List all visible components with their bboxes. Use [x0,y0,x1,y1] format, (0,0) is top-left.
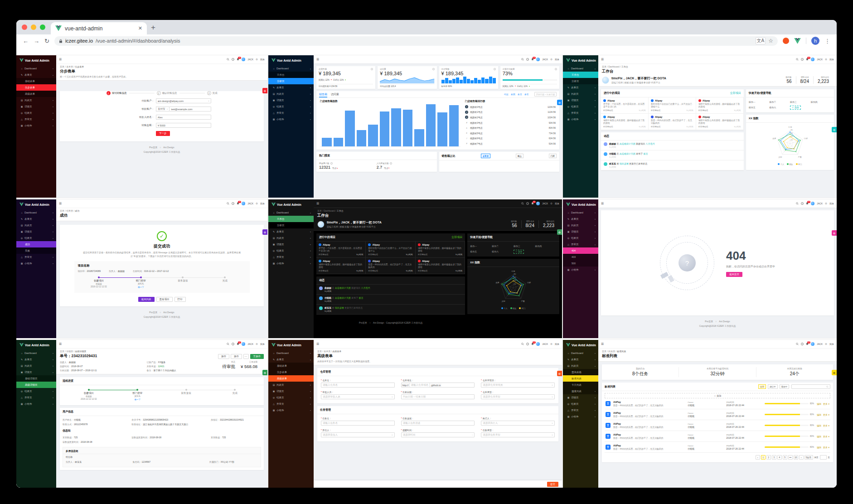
form-input[interactable]: 请选择责任人∨ [321,432,395,437]
traffic-lights[interactable] [22,24,45,30]
breadcrumb[interactable]: 首页 / Dashboard / 工作台 [317,209,558,212]
notification-bell-icon[interactable]: 12 [806,58,809,61]
user-avatar[interactable] [536,202,540,205]
notification-bell-icon[interactable]: 12 [531,58,534,61]
more-link[interactable]: 更多 ▾ [823,446,829,449]
sidebar-item[interactable]: 基础详情页 [16,375,56,382]
breadcrumb[interactable]: 首页 / 表单页 / 分步表单 [60,65,264,68]
view-project-button[interactable]: 查看项目 [156,297,173,302]
sidebar-item[interactable]: ◎结果页▾ [563,103,598,110]
sidebar-item[interactable]: ✎表单页▴ [16,72,56,78]
sidebar-item[interactable]: ⌂Dashboard▾ [563,350,598,356]
sidebar-item[interactable]: ◎结果页▴ [16,235,56,241]
form-input[interactable]: 请选择审批人员∨ [321,394,395,399]
sidebar-item[interactable]: ◎结果页▾ [268,394,314,401]
tab-sales[interactable]: 销售额 [319,91,327,97]
list-row[interactable]: 支 AliPay那是一种内在的东西，他们到达不了，也无法触及的 Owner付晓晓… [605,431,830,442]
theme-settings-button[interactable]: ⚙ [557,100,562,105]
back-button[interactable]: ← [23,38,29,44]
tab-close-icon[interactable]: ✕ [138,25,142,31]
sidebar-item[interactable]: △异常页▾ [268,401,314,407]
help-icon[interactable]: ? [232,202,234,205]
settings-gear-icon[interactable]: ⚙ [550,343,553,345]
sidebar-item[interactable]: ✎表单页▾ [16,216,56,222]
help-icon[interactable]: ? [801,202,804,205]
sidebar-item[interactable]: ◎结果页▾ [563,235,598,241]
search-icon[interactable] [796,343,799,345]
app-logo[interactable]: Vue Antd Admin [268,340,314,350]
sidebar-item[interactable]: ◎结果页▾ [268,103,314,110]
sidebar-item[interactable]: △异常页▾ [16,116,56,122]
more-link[interactable]: 更多 ▾ [823,402,829,405]
sidebar-item[interactable]: ◎结果页▾ [563,401,598,407]
minimize-window-button[interactable] [31,24,36,30]
sidebar-item[interactable]: ⌂Dashboard▴ [268,209,314,216]
menu-fold-icon[interactable]: ☰ [59,202,62,205]
sidebar-item[interactable]: 标准列表 [563,375,598,382]
sidebar-item[interactable]: 403 [563,254,598,260]
quick-op-link[interactable]: 操作四 [535,243,557,249]
amount-input[interactable]: ¥ 5000 [156,123,211,128]
list-row[interactable]: 支 AliPay那是一种内在的东西，他们到达不了，也无法触及的 Owner付晓晓… [605,442,830,453]
sidebar-item[interactable]: ▣详情页▾ [268,388,314,394]
payee-account-input[interactable]: test@example.com [169,107,211,111]
settings-gear-icon[interactable]: ⚙ [550,202,553,205]
menu-fold-icon[interactable]: ☰ [59,58,62,61]
language-label[interactable]: 简体 [829,58,834,61]
settings-gear-icon[interactable]: ⚙ [825,58,827,61]
form-input[interactable]: 请选择时间○ [401,432,475,437]
list-row[interactable]: 支 AliPay那是一种内在的东西，他们到达不了，也无法触及的 Owner付晓晓… [605,409,830,420]
settings-gear-icon[interactable]: ⚙ [825,202,827,205]
project-card[interactable]: Alipay 那时候我只会想自己想要什么，从不想自己拥有什么 科学搬砖组9小时前 [649,97,696,114]
notification-bell-icon[interactable]: 12 [806,343,809,345]
user-avatar[interactable] [536,58,540,61]
close-window-button[interactable] [22,24,27,30]
form-input[interactable]: 请选择任务类型∨ [481,432,555,437]
page-jump-input[interactable] [820,455,827,460]
edit-link[interactable]: 编辑 [817,402,821,405]
tab-visits[interactable]: 访问量 [331,91,339,97]
help-icon[interactable]: ? [232,58,234,61]
settings-gear-icon[interactable]: ⚙ [550,58,553,61]
help-icon[interactable]: ? [526,58,529,61]
quick-op-link[interactable]: 操作一 [749,99,770,105]
submit-button[interactable]: 提交 [547,482,558,487]
sidebar-item[interactable]: 高级表单 [268,375,314,382]
language-label[interactable]: 简体 [829,202,834,205]
sidebar-item[interactable]: ◎结果页▾ [16,388,56,394]
vue-devtools-icon[interactable] [794,38,801,44]
sidebar-item[interactable]: ✎表单页▾ [563,356,598,363]
sidebar-item[interactable]: ▣详情页▴ [16,369,56,375]
sidebar-item[interactable]: ▣详情页▾ [268,97,314,103]
sidebar-item[interactable]: 高级详情页 [16,382,56,388]
theme-settings-button[interactable]: ⚙ [832,127,837,132]
maximize-window-button[interactable] [40,24,45,30]
sidebar-item[interactable]: 工作台 [563,72,598,78]
range-link[interactable]: 本周 [511,93,515,96]
page-button[interactable]: › [799,455,804,460]
sidebar-item[interactable]: ✎表单页▾ [268,84,314,91]
sidebar-item[interactable]: 分析页 [563,78,598,84]
sidebar-item[interactable]: 分步表单 [16,84,56,91]
add-button[interactable]: ＋ 添加 [514,250,524,254]
menu-fold-icon[interactable]: ☰ [601,58,604,61]
sidebar-item[interactable]: ▦小组件▾ [563,267,598,273]
help-icon[interactable]: ? [801,58,804,61]
sidebar-item[interactable]: 基础表单 [268,363,314,369]
channel-filter-button[interactable]: 线上 [516,154,523,158]
list-search-input[interactable] [791,384,830,389]
date-range-picker[interactable]: 开始日期 ~ 结束日期 [534,92,557,97]
notification-bell-icon[interactable]: 12 [237,58,239,61]
user-avatar[interactable] [811,342,814,346]
quick-op-link[interactable]: 操作六 [769,105,790,110]
sidebar-item[interactable]: 查询表格 [563,369,598,375]
action-button[interactable]: 操作 [218,354,229,359]
app-logo[interactable]: Vue Antd Admin [563,340,598,350]
notification-bell-icon[interactable]: 12 [531,343,534,345]
more-actions-button[interactable]: ⋯ [243,354,249,359]
language-label[interactable]: 简体 [829,343,834,345]
language-label[interactable]: 简体 [260,58,265,61]
app-logo[interactable]: Vue Antd Admin [268,55,314,65]
sidebar-item[interactable]: ▣详情页▾ [16,103,56,110]
sidebar-item[interactable]: ⌂Dashboard▾ [268,350,314,356]
